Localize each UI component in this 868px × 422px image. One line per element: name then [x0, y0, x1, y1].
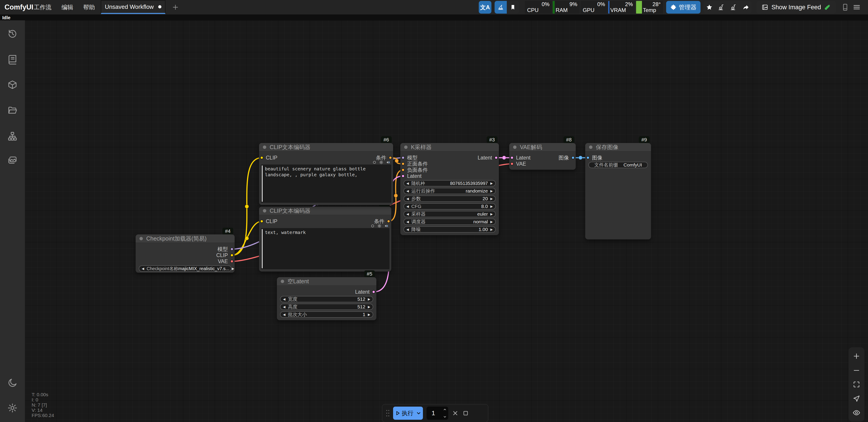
decrement-arrow-icon[interactable]: ◀ — [139, 267, 147, 270]
increment-arrow-icon[interactable]: ▶ — [488, 182, 495, 185]
share-button[interactable] — [743, 4, 749, 11]
toggle-visibility-button[interactable] — [852, 409, 861, 417]
collapse-dot[interactable] — [263, 209, 266, 213]
decrement-arrow-icon[interactable]: ◀ — [404, 197, 411, 200]
sidebar-item-box[interactable] — [7, 80, 18, 90]
prompt-textarea[interactable]: beautiful scenery nature glass bottle la… — [261, 165, 391, 203]
widget-denoise[interactable]: ◀降噪1.00▶ — [403, 226, 496, 233]
increment-arrow-icon[interactable]: ▶ — [365, 305, 373, 308]
menu-item-1[interactable]: 编辑 — [61, 3, 73, 11]
circleo-icon[interactable] — [373, 161, 376, 164]
collapse-dot[interactable] — [513, 145, 517, 149]
collapse-dot[interactable] — [263, 145, 266, 149]
node-clip-text-encode-negative[interactable]: #7CLIP文本编码器CLIP条件text, watermark — [259, 206, 391, 272]
menu-item-0[interactable]: 工作流 — [34, 3, 52, 11]
input-port-image[interactable] — [586, 156, 590, 159]
node-clip-text-encode-positive[interactable]: #6CLIP文本编码器CLIP条件beautiful scenery natur… — [259, 143, 393, 205]
widget-scheduler[interactable]: ◀调度器normal▶ — [403, 219, 496, 225]
sidebar-item-book[interactable] — [7, 54, 18, 65]
hamburger-menu-button[interactable] — [852, 3, 861, 11]
decrement-arrow-icon[interactable]: ◀ — [404, 220, 411, 223]
gear-icon[interactable] — [377, 224, 381, 228]
increment-arrow-icon[interactable]: ▶ — [365, 313, 373, 316]
output-port-image[interactable] — [571, 156, 575, 159]
increment-arrow-icon[interactable]: ▶ — [229, 267, 237, 270]
workflow-tab[interactable]: Unsaved Workflow — [101, 0, 165, 14]
decrement-arrow-icon[interactable]: ◀ — [404, 228, 411, 231]
input-port-conditioning[interactable] — [401, 168, 405, 171]
translate-button[interactable]: 文A — [479, 1, 491, 13]
new-workflow-button[interactable] — [169, 0, 182, 15]
output-port-vae[interactable] — [230, 260, 234, 263]
decrement-arrow-icon[interactable]: ◀ — [404, 213, 411, 216]
batch-count-steppers[interactable] — [443, 407, 447, 419]
node-header[interactable]: CLIP文本编码器 — [259, 206, 391, 215]
node-header[interactable]: 保存图像 — [585, 143, 651, 151]
sidebar-item-workflow[interactable] — [7, 131, 18, 141]
zoom-out-button[interactable] — [852, 366, 861, 374]
speaker-icon[interactable] — [384, 224, 389, 228]
node-save-image[interactable]: #9保存图像图像文件名前缀ComfyUI — [585, 143, 651, 240]
node-ksampler[interactable]: #3K采样器模型正面条件负面条件LatentLatent◀随机种80765135… — [400, 143, 499, 235]
widget-height[interactable]: ◀高度512▶ — [280, 304, 373, 310]
decrement-arrow-icon[interactable]: ◀ — [404, 189, 411, 193]
output-port-latent[interactable] — [495, 156, 498, 159]
zoom-in-button[interactable] — [852, 352, 861, 360]
circleo-icon[interactable] — [371, 224, 375, 228]
sidebar-item-history[interactable] — [7, 29, 18, 39]
gear-icon[interactable] — [379, 160, 383, 165]
decrement-arrow-icon[interactable]: ◀ — [404, 205, 411, 208]
star-button[interactable] — [706, 4, 713, 11]
speaker-icon[interactable] — [386, 160, 391, 165]
sidebar-item-settings[interactable] — [7, 403, 18, 413]
prompt-textarea[interactable]: text, watermark — [261, 228, 390, 269]
navigate-button[interactable] — [852, 394, 861, 402]
collapse-dot[interactable] — [140, 237, 143, 240]
stop-button[interactable] — [462, 410, 469, 417]
decrement-arrow-icon[interactable]: ◀ — [404, 182, 411, 185]
increment-arrow-icon[interactable]: ▶ — [365, 298, 373, 301]
increment-arrow-icon[interactable]: ▶ — [488, 189, 495, 193]
output-port-clip[interactable] — [230, 254, 234, 257]
decrement-arrow-icon[interactable]: ◀ — [281, 305, 288, 308]
clear-queue-button[interactable] — [452, 410, 459, 417]
litegraph-button[interactable] — [495, 1, 507, 13]
show-image-feed-button[interactable]: Show Image Feed — [756, 1, 836, 13]
queue-prompt-button[interactable]: 执行 — [393, 406, 423, 420]
decrement-arrow-icon[interactable]: ◀ — [281, 313, 288, 316]
widget-batch-size[interactable]: ◀批次大小1▶ — [280, 311, 373, 318]
node-header[interactable]: CLIP文本编码器 — [259, 143, 393, 151]
sidebar-item-images[interactable] — [7, 155, 18, 166]
drag-handle[interactable] — [386, 409, 390, 417]
manager-button[interactable]: 管理器 — [666, 1, 701, 13]
node-header[interactable]: 空Latent — [277, 277, 376, 286]
menu-item-2[interactable]: 帮助 — [83, 3, 95, 11]
widget-filename-prefix[interactable]: 文件名前缀ComfyUI — [588, 162, 648, 168]
bookmark-button[interactable] — [507, 1, 519, 13]
output-port-conditioning[interactable] — [389, 156, 392, 159]
widget-steps[interactable]: ◀步数20▶ — [403, 196, 496, 202]
widget-sampler[interactable]: ◀采样器euler▶ — [403, 211, 496, 217]
widget-width[interactable]: ◀宽度512▶ — [280, 296, 373, 302]
output-port-model[interactable] — [230, 248, 234, 251]
clean-vram-button[interactable] — [718, 4, 725, 11]
node-header[interactable]: K采样器 — [400, 143, 499, 151]
increment-arrow-icon[interactable]: ▶ — [488, 205, 495, 208]
clean-ram-button[interactable] — [730, 4, 737, 11]
input-port-vae[interactable] — [510, 162, 514, 165]
device-toggle-button[interactable] — [841, 3, 849, 11]
collapse-dot[interactable] — [404, 145, 408, 149]
collapse-dot[interactable] — [589, 145, 592, 149]
increment-arrow-icon[interactable]: ▶ — [488, 228, 495, 231]
widget-seed[interactable]: ◀随机种807651353935997▶ — [403, 180, 496, 187]
widget-ckpt-name[interactable]: ◀Checkpoint名称majicMIX_realistic_v7.s...▶ — [139, 265, 231, 272]
sidebar-item-folder[interactable] — [7, 105, 18, 116]
node-header[interactable]: Checkpoint加载器(简易) — [135, 234, 235, 243]
batch-count-input[interactable]: 1 — [427, 406, 448, 420]
node-vae-decode[interactable]: #8VAE解码LatentVAE图像 — [509, 143, 576, 170]
increment-arrow-icon[interactable]: ▶ — [488, 197, 495, 200]
decrement-arrow-icon[interactable]: ◀ — [281, 298, 288, 301]
widget-cfg[interactable]: ◀CFG8.0▶ — [403, 203, 496, 209]
node-empty-latent[interactable]: #5空LatentLatent◀宽度512▶◀高度512▶◀批次大小1▶ — [277, 277, 376, 320]
output-port-latent[interactable] — [372, 290, 375, 293]
